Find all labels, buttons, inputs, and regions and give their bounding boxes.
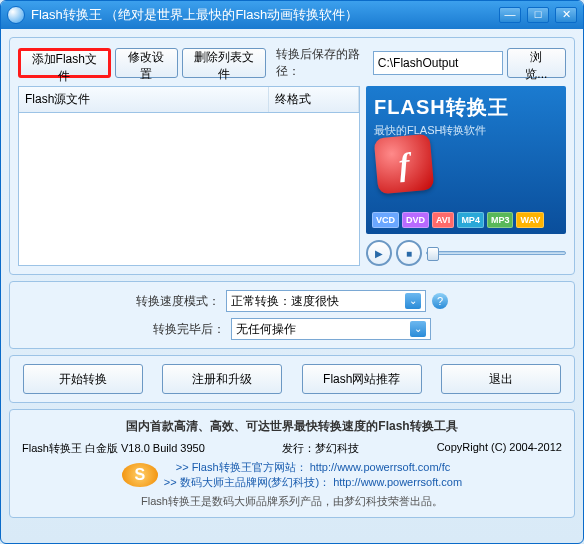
maximize-button[interactable]: □ (527, 7, 549, 23)
speed-label: 转换速度模式： (136, 293, 220, 310)
format-badge-mp3: MP3 (487, 212, 514, 228)
brand-site-link[interactable]: http://www.powerrsoft.com (333, 476, 462, 488)
options-panel: 转换速度模式： 正常转换：速度很快 ⌄ ? 转换完毕后： 无任何操作 ⌄ (9, 281, 575, 349)
speed-value: 正常转换：速度很快 (231, 293, 339, 310)
window-title: Flash转换王 （绝对是世界上最快的Flash动画转换软件） (31, 6, 499, 24)
file-table[interactable]: Flash源文件 终格式 (18, 86, 360, 266)
format-badge-vcd: VCD (372, 212, 399, 228)
after-value: 无任何操作 (236, 321, 296, 338)
format-badge-dvd: DVD (402, 212, 429, 228)
exit-button[interactable]: 退出 (441, 364, 561, 394)
link2-prefix: >> 数码大师主品牌网(梦幻科技)： (164, 476, 330, 488)
preview-pane: FLASH转换王 最快的FLASH转换软件 f VCDDVDAVIMP4MP3W… (366, 86, 566, 266)
format-badges: VCDDVDAVIMP4MP3WAV (372, 212, 544, 228)
minimize-button[interactable]: — (499, 7, 521, 23)
chevron-down-icon: ⌄ (410, 321, 426, 337)
save-path-input[interactable] (373, 51, 503, 75)
help-icon[interactable]: ? (432, 293, 448, 309)
bottom-note: Flash转换王是数码大师品牌系列产品，由梦幻科技荣誉出品。 (18, 494, 566, 509)
stop-button[interactable]: ■ (396, 240, 422, 266)
brand-swirl-icon: S (122, 463, 158, 487)
promo-banner: FLASH转换王 最快的FLASH转换软件 f VCDDVDAVIMP4MP3W… (366, 86, 566, 234)
save-path-label: 转换后保存的路径： (276, 46, 369, 80)
after-select[interactable]: 无任何操作 ⌄ (231, 318, 431, 340)
col-format[interactable]: 终格式 (269, 87, 359, 112)
chevron-down-icon: ⌄ (405, 293, 421, 309)
start-convert-button[interactable]: 开始转换 (23, 364, 143, 394)
banner-title: FLASH转换王 (374, 94, 558, 121)
add-flash-button[interactable]: 添加Flash文件 (18, 48, 111, 78)
browse-button[interactable]: 浏览... (507, 48, 566, 78)
actions-panel: 开始转换 注册和升级 Flash网站推荐 退出 (9, 355, 575, 403)
register-button[interactable]: 注册和升级 (162, 364, 282, 394)
speed-select[interactable]: 正常转换：速度很快 ⌄ (226, 290, 426, 312)
progress-slider[interactable] (426, 251, 566, 255)
flash-logo-icon: f (374, 134, 435, 195)
play-button[interactable]: ▶ (366, 240, 392, 266)
format-badge-mp4: MP4 (457, 212, 484, 228)
col-source[interactable]: Flash源文件 (19, 87, 269, 112)
copyright-text: CopyRight (C) 2004-2012 (437, 441, 562, 456)
delete-list-button[interactable]: 删除列表文件 (182, 48, 266, 78)
recommend-button[interactable]: Flash网站推荐 (302, 364, 422, 394)
modify-settings-button[interactable]: 修改设置 (115, 48, 178, 78)
footer-panel: 国内首款高清、高效、可达世界最快转换速度的Flash转换工具 Flash转换王 … (9, 409, 575, 518)
close-button[interactable]: ✕ (555, 7, 577, 23)
format-badge-avi: AVI (432, 212, 454, 228)
format-badge-wav: WAV (516, 212, 544, 228)
publisher-text: 发行：梦幻科技 (282, 441, 359, 456)
link1-prefix: >> Flash转换王官方网站： (176, 461, 307, 473)
titlebar[interactable]: Flash转换王 （绝对是世界上最快的Flash动画转换软件） — □ ✕ (1, 1, 583, 29)
footer-headline: 国内首款高清、高效、可达世界最快转换速度的Flash转换工具 (18, 418, 566, 435)
official-site-link[interactable]: http://www.powerrsoft.com/fc (310, 461, 451, 473)
app-window: Flash转换王 （绝对是世界上最快的Flash动画转换软件） — □ ✕ 添加… (0, 0, 584, 544)
version-text: Flash转换王 白金版 V18.0 Build 3950 (22, 441, 205, 456)
slider-thumb[interactable] (427, 247, 439, 261)
app-icon (7, 6, 25, 24)
after-label: 转换完毕后： (153, 321, 225, 338)
main-panel: 添加Flash文件 修改设置 删除列表文件 转换后保存的路径： 浏览... Fl… (9, 37, 575, 275)
